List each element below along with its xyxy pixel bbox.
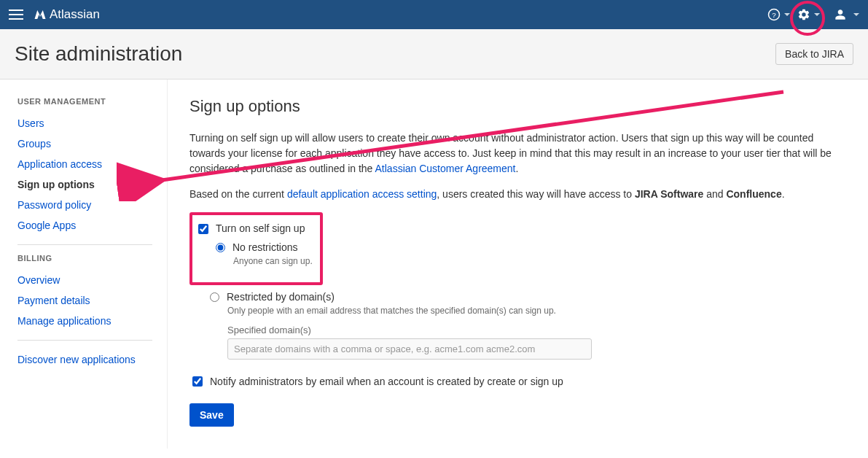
- notify-admins-label: Notify administrators by email when an a…: [210, 376, 563, 387]
- sidebar: USER MANAGEMENT Users Groups Application…: [0, 79, 168, 449]
- header-band: Site administration Back to JIRA: [0, 29, 868, 79]
- intro-paragraph-1: Turning on self sign up will allow users…: [189, 131, 846, 176]
- sidebar-item-users[interactable]: Users: [17, 113, 152, 133]
- no-restrictions-label: No restrictions: [232, 241, 297, 253]
- customer-agreement-link[interactable]: Atlassian Customer Agreement: [375, 163, 516, 174]
- no-restrictions-radio[interactable]: [216, 243, 225, 252]
- brand-logo[interactable]: Atlassian: [34, 7, 100, 22]
- specified-domains-input[interactable]: [227, 338, 592, 360]
- restricted-domain-label: Restricted by domain(s): [227, 291, 335, 303]
- content: Sign up options Turning on self sign up …: [168, 79, 868, 449]
- sidebar-heading-billing: BILLING: [17, 254, 152, 263]
- save-button[interactable]: Save: [189, 403, 234, 427]
- section-title: Sign up options: [189, 97, 846, 116]
- specified-domains-label: Specified domain(s): [227, 325, 846, 335]
- sidebar-item-payment-details[interactable]: Payment details: [17, 290, 152, 311]
- sidebar-item-overview[interactable]: Overview: [17, 270, 152, 290]
- restricted-domain-radio[interactable]: [210, 292, 219, 302]
- restricted-domain-hint: Only people with an email address that m…: [227, 306, 846, 316]
- sidebar-item-groups[interactable]: Groups: [17, 133, 152, 154]
- topbar: Atlassian ?: [0, 0, 868, 29]
- sidebar-item-manage-applications[interactable]: Manage applications: [17, 311, 152, 331]
- default-access-link[interactable]: default application access setting: [287, 188, 437, 200]
- self-signup-checkbox[interactable]: [198, 224, 208, 234]
- sidebar-item-discover-new-applications[interactable]: Discover new applications: [17, 349, 152, 370]
- svg-text:?: ?: [772, 11, 776, 19]
- chevron-down-icon: [814, 13, 820, 16]
- sidebar-heading-user-management: USER MANAGEMENT: [17, 97, 152, 106]
- settings-icon[interactable]: [797, 8, 820, 21]
- app-confluence: Confluence: [726, 188, 781, 200]
- sidebar-divider: [17, 244, 152, 245]
- atlassian-logo-icon: [34, 8, 47, 21]
- intro-paragraph-2: Based on the current default application…: [189, 187, 846, 202]
- notify-admins-checkbox[interactable]: [192, 376, 203, 387]
- self-signup-label: Turn on self sign up: [216, 222, 305, 234]
- sidebar-item-sign-up-options[interactable]: Sign up options: [17, 174, 152, 195]
- highlight-box: Turn on self sign up No restrictions Any…: [189, 212, 323, 285]
- sidebar-divider: [17, 340, 152, 341]
- app-jira: JIRA Software: [635, 188, 703, 200]
- sidebar-item-google-apps[interactable]: Google Apps: [17, 215, 152, 236]
- brand-text: Atlassian: [50, 7, 100, 22]
- chevron-down-icon: [853, 13, 859, 16]
- profile-icon[interactable]: [834, 9, 859, 20]
- sidebar-item-password-policy[interactable]: Password policy: [17, 195, 152, 215]
- back-to-jira-button[interactable]: Back to JIRA: [775, 43, 853, 65]
- sidebar-item-application-access[interactable]: Application access: [17, 154, 152, 174]
- help-icon[interactable]: ?: [767, 8, 790, 21]
- page-title: Site administration: [15, 42, 182, 66]
- chevron-down-icon: [784, 13, 790, 16]
- menu-icon[interactable]: [9, 7, 23, 23]
- no-restrictions-hint: Anyone can sign up.: [233, 256, 313, 266]
